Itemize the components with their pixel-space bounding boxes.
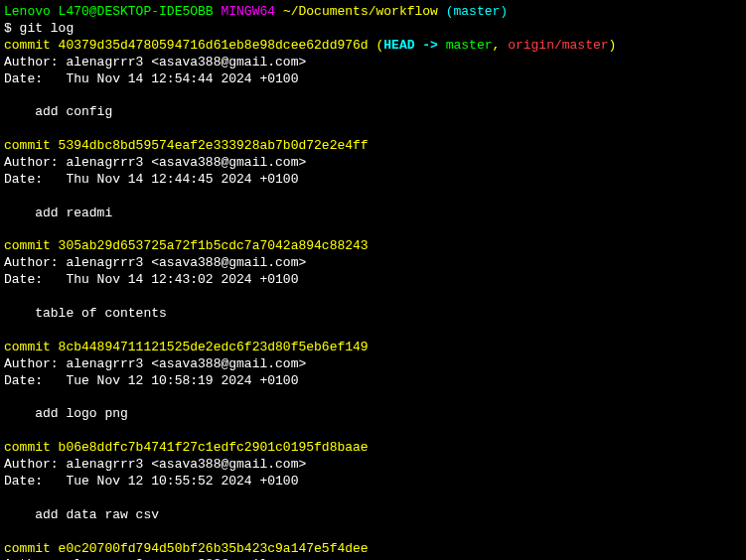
head-branch: master xyxy=(446,38,493,53)
commit-hash-line: commit 305ab29d653725a72f1b5cdc7a7042a89… xyxy=(4,238,742,255)
branch-label: (master) xyxy=(446,4,508,19)
commit-author: Author: alenagrrr3 <asava388@gmail.com> xyxy=(4,255,742,272)
remote-ref: origin/master xyxy=(508,38,608,53)
commit-author: Author: alenagrrr3 <asava388@gmail.com> xyxy=(4,356,742,373)
terminal-output[interactable]: Lenovo L470@DESKTOP-IDE5OBB MINGW64 ~/Do… xyxy=(4,4,742,560)
commit-hash-line: commit e0c20700fd794d50bf26b35b423c9a147… xyxy=(4,541,742,558)
prompt-line-1: Lenovo L470@DESKTOP-IDE5OBB MINGW64 ~/Do… xyxy=(4,4,742,21)
blank-line xyxy=(4,189,742,206)
commit-message: add data raw csv xyxy=(4,507,742,524)
commit-message: add logo png xyxy=(4,406,742,423)
blank-line xyxy=(4,87,742,104)
commit-author: Author: alenagrrr3 <asava388@gmail.com> xyxy=(4,155,742,172)
commit-message: add config xyxy=(4,104,742,121)
commit-hash-line: commit 40379d35d4780594716d61eb8e98dcee6… xyxy=(4,38,742,55)
commit-author: Author: alenagrrr3 <asava388@gmail.com> xyxy=(4,457,742,474)
commit-date: Date: Thu Nov 14 12:43:02 2024 +0100 xyxy=(4,272,742,289)
blank-line xyxy=(4,121,742,138)
commit-date: Date: Thu Nov 14 12:44:45 2024 +0100 xyxy=(4,172,742,189)
paren-open: ( xyxy=(369,38,384,53)
commit-message: table of contents xyxy=(4,306,742,323)
blank-line xyxy=(4,289,742,306)
commit-date: Date: Tue Nov 12 10:58:19 2024 +0100 xyxy=(4,373,742,390)
commit-hash-line: commit 5394dbc8bd59574eaf2e333928ab7b0d7… xyxy=(4,138,742,155)
commit-date: Date: Thu Nov 14 12:54:44 2024 +0100 xyxy=(4,71,742,88)
commit-hash: commit 40379d35d4780594716d61eb8e98dcee6… xyxy=(4,38,369,53)
blank-line xyxy=(4,490,742,507)
path-label: ~/Documents/workflow xyxy=(283,4,438,19)
commit-message: add readmi xyxy=(4,206,742,222)
head-ref: HEAD -> xyxy=(383,38,445,53)
commit-author: Author: alenagrrr3 <asava388@gmail.com> xyxy=(4,55,742,71)
commit-date: Date: Tue Nov 12 10:55:52 2024 +0100 xyxy=(4,474,742,490)
commit-hash-line: commit b06e8ddfc7b4741f27c1edfc2901c0195… xyxy=(4,440,742,457)
paren-close: ) xyxy=(609,38,617,53)
command-line: $ git log xyxy=(4,21,742,38)
blank-line xyxy=(4,323,742,340)
blank-line xyxy=(4,389,742,406)
ref-sep: , xyxy=(493,38,509,53)
blank-line xyxy=(4,524,742,541)
env-label: MINGW64 xyxy=(221,4,275,19)
user-host: Lenovo L470@DESKTOP-IDE5OBB xyxy=(4,4,214,19)
blank-line xyxy=(4,222,742,239)
blank-line xyxy=(4,423,742,440)
commit-hash-line: commit 8cb44894711121525de2edc6f23d80f5e… xyxy=(4,340,742,356)
